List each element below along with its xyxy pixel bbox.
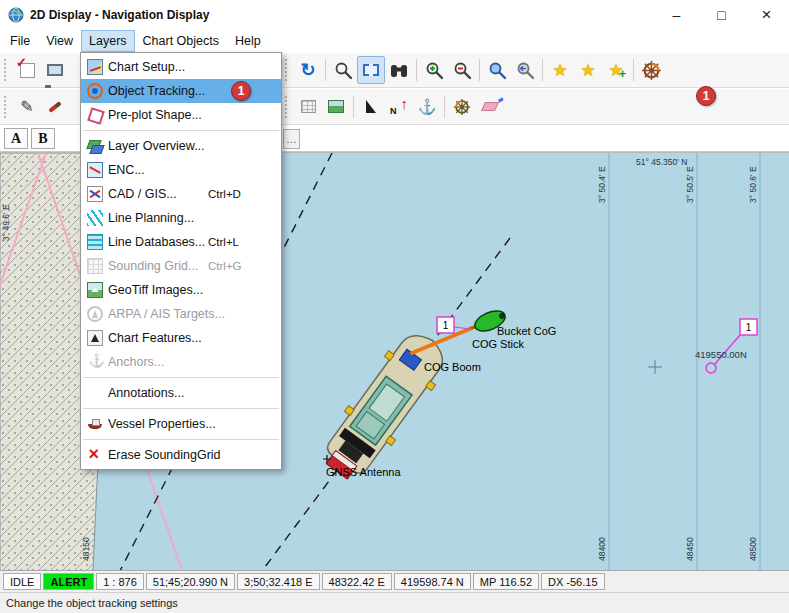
toolbar-grip[interactable] xyxy=(285,96,290,118)
view-b-button[interactable]: B xyxy=(31,128,55,149)
toolbar-separator xyxy=(325,59,326,81)
toolbar-grip[interactable] xyxy=(4,59,9,81)
clear-track-button[interactable] xyxy=(476,93,504,121)
erase-soundinggrid-icon xyxy=(87,447,103,463)
status-longitude: 3;50;32.418 E xyxy=(237,573,320,590)
layer-overview-icon xyxy=(87,138,103,154)
minimize-button[interactable]: – xyxy=(654,0,699,30)
app-icon xyxy=(8,7,24,23)
gnss-antenna-label: GNSS Antenna xyxy=(326,466,401,478)
line-databases-icon xyxy=(87,234,103,250)
view-a-button[interactable]: A xyxy=(4,128,28,149)
favorite-view-1-button[interactable] xyxy=(546,56,574,84)
menu-view[interactable]: View xyxy=(38,30,81,52)
steering-button[interactable] xyxy=(448,93,476,121)
menu-item-label: Line Databases... xyxy=(108,235,205,249)
sounding-grid-button[interactable] xyxy=(294,93,322,121)
menu-item-geotiff-images[interactable]: GeoTiff Images... xyxy=(81,278,281,302)
app-window: 2D Display - Navigation Display – □ × Fi… xyxy=(0,0,789,613)
select-area-button[interactable] xyxy=(357,56,385,84)
menu-chart-objects[interactable]: Chart Objects xyxy=(135,30,227,52)
previous-view-icon xyxy=(516,61,535,80)
toolbar-overflow-button[interactable]: … xyxy=(283,129,300,149)
menu-item-cad-gis[interactable]: CAD / GIS... Ctrl+D xyxy=(81,182,281,206)
menu-layers[interactable]: Layers xyxy=(81,30,135,52)
menu-file[interactable]: File xyxy=(2,30,38,52)
north-arrow-icon xyxy=(390,98,408,116)
menu-item-line-databases[interactable]: Line Databases... Ctrl+L xyxy=(81,230,281,254)
menu-item-label: Sounding Grid... xyxy=(108,259,198,273)
draw-button[interactable] xyxy=(41,93,69,121)
toolbar-separator xyxy=(444,96,445,118)
find-button[interactable] xyxy=(385,56,413,84)
toolbar-grip[interactable] xyxy=(4,96,9,118)
menu-item-arpa-ais-targets: ARPA / AIS Targets... xyxy=(81,302,281,326)
anchor-watch-button[interactable] xyxy=(413,93,441,121)
menu-item-chart-features[interactable]: Chart Features... xyxy=(81,326,281,350)
helmsman-icon xyxy=(641,60,662,81)
north-orientation-button[interactable] xyxy=(385,93,413,121)
object-marker-label-1: 1 xyxy=(443,320,449,331)
display-setup-button[interactable] xyxy=(13,56,41,84)
longitude-label-left: 3° 49.6' E xyxy=(1,204,11,241)
toolbar-separator xyxy=(353,96,354,118)
add-favorite-view-button[interactable] xyxy=(602,56,630,84)
sounding-grid-icon xyxy=(87,258,103,274)
favorite-star-icon xyxy=(578,60,598,80)
status-recording: IDLE xyxy=(3,573,41,590)
easting-label-a: 48400 xyxy=(597,537,607,561)
object-marker-label-2: 1 xyxy=(746,322,752,333)
zoom-window-button[interactable] xyxy=(483,56,511,84)
object-tracking-icon xyxy=(87,83,103,99)
menu-item-erase-soundinggrid[interactable]: Erase SoundingGrid xyxy=(81,443,281,467)
menu-item-label: GeoTiff Images... xyxy=(108,283,203,297)
zoom-out-button[interactable] xyxy=(448,56,476,84)
terrain-model-button[interactable] xyxy=(322,93,350,121)
zoom-window-icon xyxy=(488,61,507,80)
zoom-area-button[interactable] xyxy=(329,56,357,84)
enc-icon xyxy=(87,162,103,178)
menu-item-sounding-grid: Sounding Grid... Ctrl+G xyxy=(81,254,281,278)
arpa-ais-icon xyxy=(87,306,103,322)
menu-item-annotations[interactable]: Annotations... xyxy=(81,381,281,405)
menu-item-object-tracking[interactable]: Object Tracking... 1 xyxy=(81,79,281,103)
helmsman-display-button[interactable] xyxy=(637,56,665,84)
menu-help[interactable]: Help xyxy=(227,30,269,52)
title-bar: 2D Display - Navigation Display – □ × xyxy=(0,0,789,30)
maximize-button[interactable]: □ xyxy=(699,0,744,30)
menu-item-label: Chart Setup... xyxy=(108,60,185,74)
annotate-button[interactable] xyxy=(13,93,41,121)
anchors-icon xyxy=(87,354,103,370)
refresh-icon xyxy=(300,59,315,81)
toolbar-separator xyxy=(479,59,480,81)
zoom-in-button[interactable] xyxy=(420,56,448,84)
menu-item-label: Object Tracking... xyxy=(108,84,205,98)
display-window-button[interactable] xyxy=(41,56,69,84)
zoom-area-icon xyxy=(334,61,353,80)
latitude-label: 51° 45.350' N xyxy=(636,157,687,167)
zoom-in-icon xyxy=(425,61,444,80)
eraser-icon xyxy=(481,102,499,111)
chart-setup-icon xyxy=(87,59,103,75)
menu-item-layer-overview[interactable]: Layer Overview... xyxy=(81,134,281,158)
sail-icon xyxy=(366,100,376,113)
grid-icon xyxy=(301,100,316,113)
menu-item-enc[interactable]: ENC... xyxy=(81,158,281,182)
callout-badge-toolbar: 1 xyxy=(696,86,716,106)
line-planning-icon xyxy=(87,210,103,226)
refresh-button[interactable] xyxy=(294,56,322,84)
menu-item-chart-setup[interactable]: Chart Setup... xyxy=(81,55,281,79)
callout-badge-menu: 1 xyxy=(231,81,251,101)
cog-stick-label: COG Stick xyxy=(472,338,524,350)
anchor-icon xyxy=(418,98,437,116)
favorite-view-2-button[interactable] xyxy=(574,56,602,84)
menu-item-vessel-properties[interactable]: Vessel Properties... xyxy=(81,412,281,436)
toolbar-grip[interactable] xyxy=(285,59,290,81)
close-button[interactable]: × xyxy=(744,0,789,30)
menu-item-label: Vessel Properties... xyxy=(108,417,216,431)
current-flag-button[interactable] xyxy=(357,93,385,121)
previous-view-button[interactable] xyxy=(511,56,539,84)
brush-icon xyxy=(48,101,61,113)
menu-item-line-planning[interactable]: Line Planning... xyxy=(81,206,281,230)
menu-item-preplot-shape[interactable]: Pre-plot Shape... xyxy=(81,103,281,127)
